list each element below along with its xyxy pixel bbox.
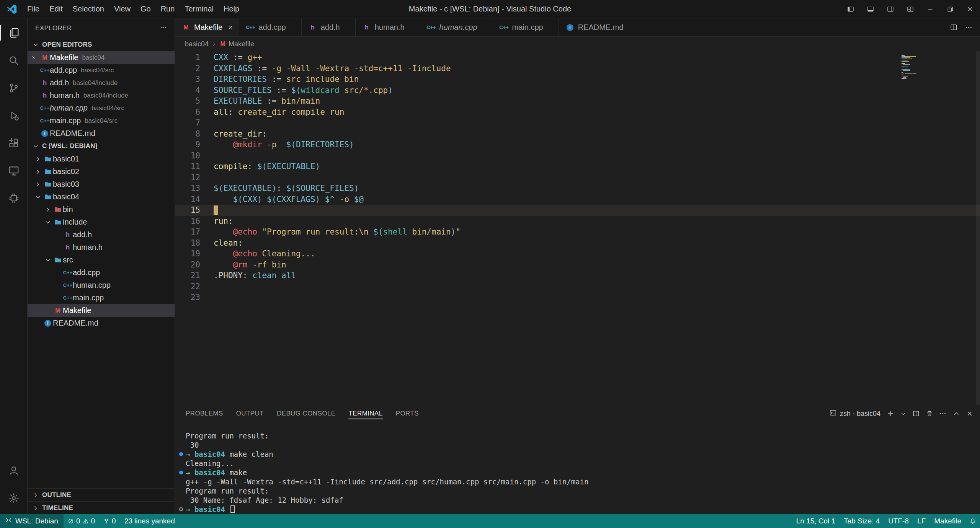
terminal-picker[interactable]: zsh - basic04 [830, 409, 880, 418]
activity-explorer[interactable] [0, 19, 28, 47]
tree-item-Makefile[interactable]: MMakefile [28, 304, 175, 317]
status-problems[interactable]: 00 [64, 514, 99, 528]
tree-item-basic02[interactable]: basic02 [28, 165, 175, 178]
tree-item-add.cpp[interactable]: C++add.cpp [28, 266, 175, 279]
toggle-primary-sidebar-button[interactable] [841, 0, 861, 18]
code-line-2[interactable]: 2CXXFLAGS := -g -Wall -Wextra -std=c++11… [175, 63, 980, 74]
tree-item-main.cpp[interactable]: C++main.cpp [28, 292, 175, 304]
tree-item-src[interactable]: src [28, 254, 175, 266]
menu-selection[interactable]: Selection [68, 0, 109, 18]
tree-item-human.cpp[interactable]: C++human.cpp [28, 279, 175, 292]
command-decoration-circle[interactable] [179, 507, 183, 511]
tab-human.h[interactable]: hhuman.h [356, 18, 420, 36]
code-line-12[interactable]: 12 [175, 172, 980, 183]
open-editor-main.cpp[interactable]: C++main.cppbasic04/src [28, 114, 175, 127]
menu-edit[interactable]: Edit [44, 0, 67, 18]
status-cursor-position[interactable]: Ln 15, Col 1 [792, 514, 840, 528]
status-notifications[interactable] [965, 514, 980, 528]
customize-layout-button[interactable] [900, 0, 920, 18]
open-editor-README.md[interactable]: iREADME.md [28, 127, 175, 140]
code-line-3[interactable]: 3DIRECTORIES := src include bin [175, 74, 980, 85]
status-remote-indicator[interactable]: WSL: Debian [0, 514, 64, 528]
split-editor-icon[interactable] [950, 24, 957, 31]
code-line-19[interactable]: 19 @echo Cleaning... [175, 248, 980, 259]
new-terminal-icon[interactable] [887, 410, 894, 417]
editor-scrollbar[interactable] [976, 51, 980, 405]
menu-terminal[interactable]: Terminal [180, 0, 219, 18]
panel-tab-problems[interactable]: PROBLEMS [186, 405, 223, 422]
open-editor-human.cpp[interactable]: C++human.cppbasic04/src [28, 102, 175, 114]
split-terminal-icon[interactable] [913, 410, 920, 417]
code-line-18[interactable]: 18clean: [175, 238, 980, 249]
terminal-output[interactable]: Program run result: 30→ basic04 make cle… [175, 422, 980, 514]
tree-item-human.h[interactable]: hhuman.h [28, 241, 175, 254]
more-terminal-actions-icon[interactable] [939, 410, 946, 417]
tree-item-bin[interactable]: bin [28, 203, 175, 216]
code-line-21[interactable]: 21.PHONY: clean all [175, 270, 980, 281]
code-line-14[interactable]: 14 $(CXX) $(CXXFLAGS) $^ -o $@ [175, 194, 980, 205]
tab-add.cpp[interactable]: C++add.cpp [239, 18, 301, 36]
activity-settings[interactable] [0, 484, 28, 512]
code-line-16[interactable]: 16run: [175, 216, 980, 227]
tab-human.cpp[interactable]: C++human.cpp [420, 18, 493, 36]
menu-run[interactable]: Run [156, 0, 180, 18]
breadcrumb-basic04[interactable]: basic04 [185, 40, 209, 48]
tree-item-basic03[interactable]: basic03 [28, 178, 175, 191]
code-line-15[interactable]: 15 [175, 205, 980, 216]
activity-make-tools[interactable] [0, 184, 28, 212]
code-line-20[interactable]: 20 @rm -rf bin [175, 259, 980, 271]
breadcrumb-Makefile[interactable]: MMakefile [219, 40, 254, 48]
tree-item-add.h[interactable]: hadd.h [28, 228, 175, 241]
tab-main.cpp[interactable]: C++main.cpp [493, 18, 559, 36]
workspace-header[interactable]: C [WSL: DEBIAN] [28, 140, 175, 153]
menu-view[interactable]: View [109, 0, 136, 18]
open-editor-add.h[interactable]: hadd.hbasic04/include [28, 77, 175, 89]
code-line-11[interactable]: 11compile: $(EXECUTABLE) [175, 161, 980, 172]
code-line-13[interactable]: 13$(EXECUTABLE): $(SOURCE_FILES) [175, 183, 980, 194]
code-line-4[interactable]: 4SOURCE_FILES := $(wildcard src/*.cpp) [175, 85, 980, 96]
panel-tab-debug-console[interactable]: DEBUG CONSOLE [277, 405, 336, 422]
tree-item-basic01[interactable]: basic01 [28, 153, 175, 165]
code-line-9[interactable]: 9 @mkdir -p $(DIRECTORIES) [175, 139, 980, 150]
minimap[interactable] [902, 55, 947, 81]
close-window-button[interactable] [960, 0, 980, 18]
code-line-10[interactable]: 10 [175, 150, 980, 161]
code-line-17[interactable]: 17 @echo "Program run result:\n $(shell … [175, 227, 980, 238]
activity-accounts[interactable] [0, 457, 28, 484]
minimize-button[interactable] [920, 0, 940, 18]
more-editor-actions-icon[interactable] [965, 24, 972, 31]
kill-terminal-icon[interactable] [926, 410, 933, 417]
menu-file[interactable]: File [22, 0, 44, 18]
code-line-7[interactable]: 7 [175, 117, 980, 129]
tab-Makefile[interactable]: MMakefile [175, 18, 239, 36]
code-line-22[interactable]: 22 [175, 281, 980, 292]
outline-header[interactable]: OUTLINE [28, 488, 175, 501]
open-editor-add.cpp[interactable]: C++add.cppbasic04/src [28, 64, 175, 77]
code-editor[interactable]: 1CXX := g++2CXXFLAGS := -g -Wall -Wextra… [175, 51, 980, 405]
command-decoration-dot[interactable] [179, 452, 183, 456]
panel-tab-output[interactable]: OUTPUT [236, 405, 264, 422]
activity-remote-explorer[interactable] [0, 157, 28, 184]
tab-README.md[interactable]: iREADME.md [559, 18, 639, 36]
toggle-panel-button[interactable] [861, 0, 880, 18]
panel-tab-ports[interactable]: PORTS [396, 405, 419, 422]
tree-item-README.md[interactable]: iREADME.md [28, 317, 175, 329]
status-vim-message[interactable]: 23 lines yanked [120, 514, 179, 528]
activity-source-control[interactable] [0, 74, 28, 102]
activity-run-and-debug[interactable] [0, 102, 28, 129]
code-line-1[interactable]: 1CXX := g++ [175, 52, 980, 63]
maximize-panel-icon[interactable] [953, 410, 960, 417]
open-editors-header[interactable]: OPEN EDITORS [28, 38, 175, 51]
close-editor-icon[interactable] [31, 55, 36, 60]
status-eol[interactable]: LF [913, 514, 930, 528]
tree-item-basic04[interactable]: basic04 [28, 191, 175, 203]
code-line-8[interactable]: 8create_dir: [175, 129, 980, 140]
timeline-header[interactable]: TIMELINE [28, 501, 175, 514]
code-line-23[interactable]: 23 [175, 292, 980, 303]
views-and-more-actions-icon[interactable] [160, 24, 167, 31]
toggle-secondary-sidebar-button[interactable] [880, 0, 900, 18]
status-forwarded-ports[interactable]: 0 [99, 514, 120, 528]
activity-search[interactable] [0, 47, 28, 74]
restore-button[interactable] [940, 0, 960, 18]
command-decoration-dot[interactable] [179, 471, 183, 474]
